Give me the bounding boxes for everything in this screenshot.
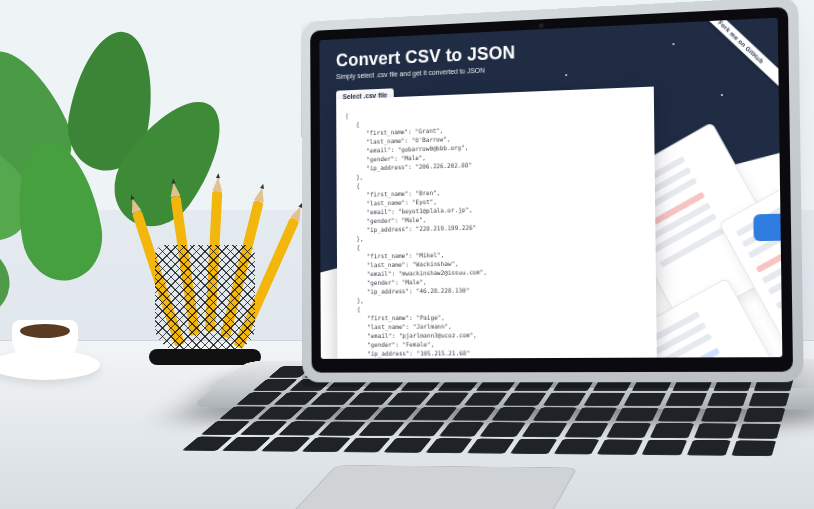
laptop-lid: Fork me on GitHub Convert CSV to JSON Si… [301,0,804,382]
json-output-text: [ { "first_name": "Grant", "last_name": … [345,101,647,359]
laptop-base [190,359,814,410]
bezel: Fork me on GitHub Convert CSV to JSON Si… [310,7,793,373]
csv-to-json-app: Fork me on GitHub Convert CSV to JSON Si… [319,18,782,359]
json-output-panel: [ { "first_name": "Grant", "last_name": … [336,87,657,359]
pencil-cup [145,225,265,375]
product-photo-scene: Fork me on GitHub Convert CSV to JSON Si… [0,0,814,509]
screen: Fork me on GitHub Convert CSV to JSON Si… [319,18,782,359]
coffee-cup [0,320,100,380]
side-action-button[interactable] [753,214,780,241]
webcam-icon [539,23,544,28]
keyboard [182,365,798,456]
trackpad [278,465,578,509]
laptop: Fork me on GitHub Convert CSV to JSON Si… [247,0,814,509]
